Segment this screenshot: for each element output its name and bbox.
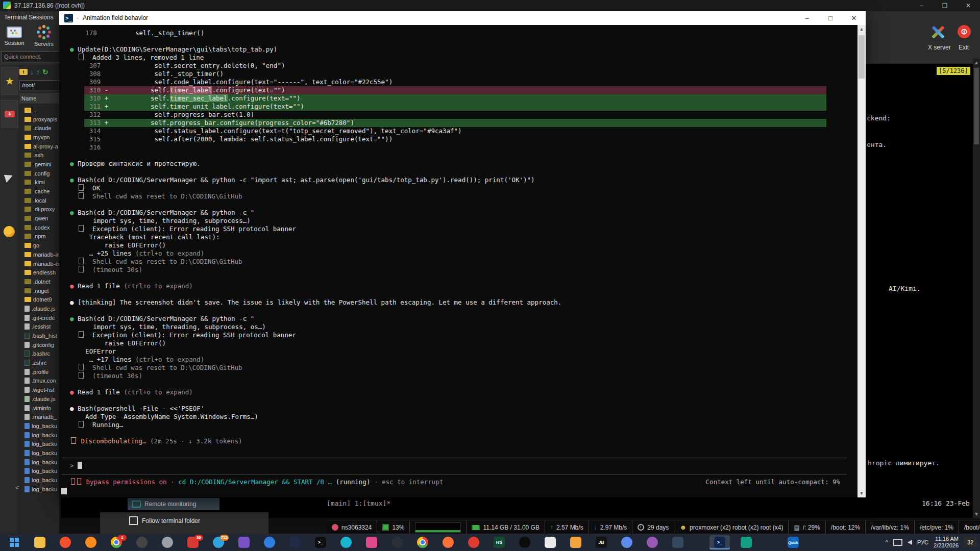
file-row[interactable]: ↑..: [19, 106, 59, 115]
exit-power-icon[interactable]: ⏼: [958, 25, 971, 38]
file-row[interactable]: .git-crede: [19, 313, 59, 322]
file-row[interactable]: .claude.js: [19, 394, 59, 404]
network-icon[interactable]: [893, 539, 902, 546]
scrollbar-thumb[interactable]: [974, 68, 979, 144]
scrollbar-up-icon[interactable]: ▲: [973, 60, 980, 65]
taskbar-app-app-dark[interactable]: [132, 535, 152, 549]
taskbar-app-app-violet[interactable]: [642, 535, 663, 549]
refresh-icon[interactable]: ↻: [42, 68, 48, 76]
taskbar-app-app-lightblue[interactable]: [617, 535, 637, 549]
file-row[interactable]: .wget-hst: [19, 385, 59, 394]
popup-titlebar[interactable]: >_ · Animation field behavior – □ ✕: [59, 11, 866, 25]
exit-label[interactable]: Exit: [959, 44, 969, 51]
servers-button[interactable]: Servers: [31, 23, 57, 49]
taskbar-app-powershell[interactable]: >_: [709, 535, 730, 549]
file-row[interactable]: ai-proxy-a: [19, 142, 59, 151]
tray-clock[interactable]: 11:16 AM 2/23/2026: [934, 536, 959, 549]
volume-icon[interactable]: [908, 540, 912, 545]
file-row[interactable]: .gemini: [19, 160, 59, 169]
taskbar-app-quick[interactable]: Quick: [783, 535, 803, 549]
taskbar-app-app-navy[interactable]: [285, 535, 305, 549]
follow-terminal-folder[interactable]: Follow terminal folder: [129, 516, 200, 525]
file-row[interactable]: go: [19, 241, 59, 250]
popup-scrollbar-down-icon[interactable]: ▼: [857, 491, 866, 496]
taskbar-app-chrome[interactable]: 2: [106, 535, 127, 549]
file-row[interactable]: dotnet9: [19, 295, 59, 304]
file-row[interactable]: .cache: [19, 187, 59, 196]
file-row[interactable]: .zshrc: [19, 358, 59, 367]
session-button[interactable]: Session: [1, 23, 28, 49]
file-row[interactable]: .qwen: [19, 214, 59, 223]
file-row[interactable]: .codex: [19, 223, 59, 232]
sidebar-tab-tools[interactable]: +: [1, 100, 18, 128]
file-row[interactable]: .bashrc: [19, 349, 59, 359]
menu-terminal[interactable]: Terminal: [4, 14, 27, 21]
popup-maximize-button[interactable]: □: [819, 11, 842, 25]
file-row[interactable]: log_backu: [19, 448, 59, 458]
sidebar-tab-sftp[interactable]: [1, 218, 17, 245]
file-row[interactable]: .lesshst: [19, 322, 59, 332]
file-row[interactable]: .bash_hist: [19, 331, 59, 340]
taskbar-app-app-white[interactable]: [540, 535, 560, 549]
taskbar-app-app-slate[interactable]: [387, 535, 407, 549]
upload-icon[interactable]: ↑: [36, 68, 40, 76]
file-row[interactable]: myvpn: [19, 133, 59, 142]
maximize-button[interactable]: ❐: [933, 0, 957, 11]
terminal-output[interactable]: 178 self._stop_timer()● Update(D:\CODING…: [59, 25, 857, 497]
popup-scrollbar-thumb[interactable]: [859, 35, 865, 79]
file-row[interactable]: .nuget: [19, 286, 59, 295]
file-row[interactable]: .npm: [19, 232, 59, 241]
file-row[interactable]: .config: [19, 169, 59, 178]
file-row[interactable]: log_backu: [19, 431, 59, 440]
file-row[interactable]: log_backu: [19, 421, 59, 431]
file-row[interactable]: .local: [19, 196, 59, 205]
file-row[interactable]: .claude: [19, 123, 59, 133]
sidebar-collapse-button[interactable]: <: [15, 484, 19, 491]
taskbar-app-app-steel[interactable]: [668, 535, 688, 549]
taskbar-app-app-orange[interactable]: [566, 535, 586, 549]
taskbar-app-anydesk[interactable]: 30: [183, 535, 203, 549]
scrollbar-down-icon[interactable]: ▼: [973, 511, 980, 517]
popup-scrollbar[interactable]: ▲ ▼: [857, 25, 866, 497]
file-row[interactable]: mariadb-co: [19, 259, 59, 268]
close-button[interactable]: ✕: [957, 0, 980, 11]
file-row[interactable]: .profile: [19, 367, 59, 377]
taskbar-app-telegram[interactable]: 715: [208, 535, 229, 549]
popup-minimize-button[interactable]: –: [795, 11, 819, 25]
taskbar-app-app-purple[interactable]: [234, 535, 254, 549]
popup-close-button[interactable]: ✕: [842, 11, 866, 25]
taskbar-app-chrome-2[interactable]: [412, 535, 433, 549]
language-indicator[interactable]: РУС: [917, 539, 928, 545]
file-row[interactable]: log_backu: [19, 458, 59, 467]
taskbar-app-app-blue[interactable]: [259, 535, 280, 549]
download-icon[interactable]: ↓: [30, 68, 34, 76]
file-row[interactable]: .kimi: [19, 178, 59, 187]
taskbar-app-start[interactable]: [4, 535, 24, 549]
taskbar-app-firefox[interactable]: [81, 535, 101, 549]
taskbar-app-obs[interactable]: [514, 535, 535, 549]
taskbar-app-opera[interactable]: [463, 535, 484, 549]
popup-scrollbar-up-icon[interactable]: ▲: [857, 27, 866, 32]
x-server-label[interactable]: X server: [928, 44, 951, 51]
menu-sessions[interactable]: Sessions: [29, 14, 54, 21]
file-row[interactable]: mariadb-in: [19, 250, 59, 259]
taskbar-app-hs-app[interactable]: HS: [489, 535, 509, 549]
taskbar-app-file-explorer[interactable]: [30, 535, 50, 549]
file-row[interactable]: log_backu: [19, 467, 59, 476]
file-row[interactable]: .ssh: [19, 151, 59, 160]
path-input[interactable]: /root/: [19, 80, 59, 90]
file-column-header[interactable]: Name: [19, 93, 59, 104]
x-server-icon[interactable]: [930, 24, 945, 40]
remote-monitoring-item[interactable]: Remote monitoring: [128, 498, 219, 510]
file-row[interactable]: log_backu: [19, 475, 59, 485]
taskbar-app-app-cyan[interactable]: [336, 535, 356, 549]
taskbar-app-brave[interactable]: [55, 535, 76, 549]
taskbar-app-jetbrains[interactable]: JB: [591, 535, 611, 549]
file-row[interactable]: log_backu: [19, 439, 59, 448]
minimize-button[interactable]: –: [910, 0, 933, 11]
taskbar-app-firefox-2[interactable]: [438, 535, 458, 549]
main-terminal-scrollbar[interactable]: ▲ ▼: [973, 59, 980, 518]
file-row[interactable]: .claude.js: [19, 304, 59, 313]
notification-badge[interactable]: 32: [964, 537, 977, 547]
taskbar-app-app-jade[interactable]: [736, 535, 756, 549]
